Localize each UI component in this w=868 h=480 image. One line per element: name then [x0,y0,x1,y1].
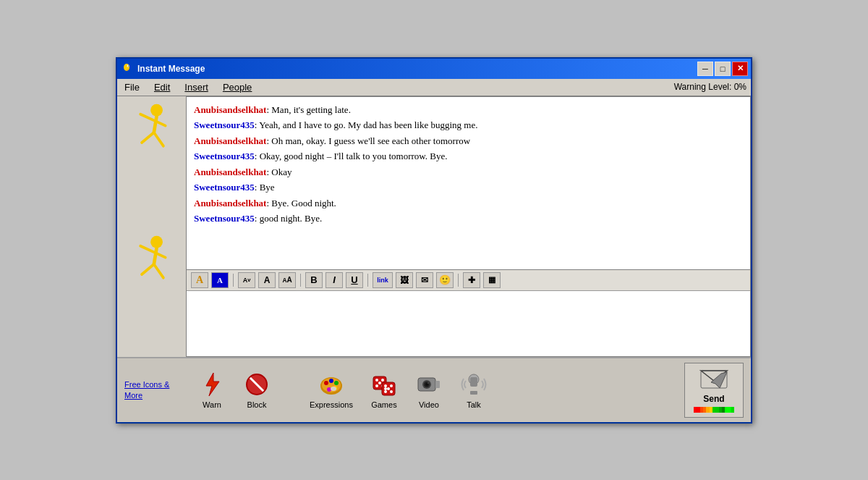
message-7: Anubisandselkhat: Bye. Good night. [194,196,743,211]
svg-point-30 [381,379,384,382]
message-6: Sweetnsour435: Bye [194,180,743,195]
video-label: Video [419,400,439,409]
block-button[interactable]: Block [234,368,279,412]
prog-13 [731,407,734,413]
window-title: Instant Message [137,64,697,74]
toolbar-sep-1 [233,274,234,287]
username-sweet-2: Sweetnsour435 [194,119,255,130]
font-highlight-button[interactable]: A [211,272,229,288]
warn-button[interactable]: Warn [190,368,234,412]
talk-button[interactable]: Talk [451,368,496,412]
smiley-button[interactable]: 🙂 [436,272,454,288]
title-bar: Instant Message ─ □ ✕ [117,59,751,79]
underline-button[interactable]: U [346,272,363,288]
msg-text-3: : Oh man, okay. I guess we'll see each o… [266,135,470,146]
svg-rect-49 [470,391,477,395]
font-color-button[interactable]: A [191,272,208,288]
font-smaller-button[interactable]: Av [238,272,255,288]
games-label: Games [371,400,396,409]
email-button[interactable]: ✉ [416,272,433,288]
svg-point-22 [324,381,328,385]
menu-people[interactable]: People [220,80,255,94]
bold-button[interactable]: B [305,272,323,288]
svg-point-39 [387,387,390,390]
image-button[interactable]: 🖼 [396,272,413,288]
svg-line-5 [153,116,156,132]
svg-line-9 [153,132,163,146]
warning-level: Warning Level: 0% [674,82,746,92]
menu-items: File Edit Insert People [122,80,255,94]
svg-point-45 [427,382,429,384]
buddy-icon-bottom [127,234,177,287]
username-anubis-7: Anubisandselkhat [194,198,266,209]
svg-marker-16 [206,373,219,396]
talk-label: Talk [467,400,481,409]
msg-text-1: : Man, it's getting late. [266,104,350,115]
message-input[interactable] [187,291,750,349]
chat-messages: Anubisandselkhat: Man, it's getting late… [186,96,751,270]
username-sweet-4: Sweetnsour435 [194,151,255,161]
bottom-actions: Warn Block [190,363,744,418]
more-button[interactable]: ▦ [483,272,501,288]
expressions-icon [318,371,345,398]
svg-line-12 [140,245,156,252]
svg-point-40 [384,387,387,390]
menu-insert[interactable]: Insert [182,80,211,94]
block-icon [243,371,271,398]
svg-line-11 [153,248,156,264]
send-progress-bar [694,407,734,413]
menu-file[interactable]: File [122,80,142,94]
svg-line-6 [140,114,156,120]
msg-text-6: : Bye [255,182,275,193]
toolbar-sep-3 [367,274,368,287]
input-area: A A Av A AA B I U link 🖼 ✉ 🙂 ✚ [186,270,751,357]
formatting-toolbar: A A Av A AA B I U link 🖼 ✉ 🙂 ✚ [187,270,750,291]
username-anubis-1: Anubisandselkhat [194,104,266,115]
msg-text-8: : good night. Bye. [255,213,323,224]
msg-text-7: : Bye. Good night. [266,198,336,209]
svg-point-4 [150,104,163,116]
maximize-button[interactable]: □ [715,62,731,76]
video-button[interactable]: Video [407,368,451,412]
svg-point-2 [128,65,129,66]
svg-point-26 [327,387,331,392]
italic-button[interactable]: I [326,272,343,288]
msg-text-5: : Okay [266,167,292,177]
svg-point-24 [334,381,339,385]
chat-area: Anubisandselkhat: Man, it's getting late… [186,96,751,357]
font-larger-button[interactable]: AA [278,272,296,288]
svg-point-36 [390,384,393,387]
svg-point-37 [384,390,387,393]
msg-text-2: : Yeah, and I have to go. My dad has bee… [255,119,478,130]
window-icon [120,62,133,75]
svg-point-23 [329,379,333,383]
username-sweet-8: Sweetnsour435 [194,213,255,224]
send-button[interactable]: Send [684,363,744,418]
toolbar-sep-2 [300,274,301,287]
svg-point-32 [375,384,378,387]
svg-line-14 [142,264,154,274]
free-icons-link[interactable]: Free Icons & More [124,379,182,400]
font-normal-button[interactable]: A [258,272,276,288]
svg-point-27 [331,387,336,391]
video-icon [415,371,443,398]
games-button[interactable]: Games [362,368,407,412]
add-button[interactable]: ✚ [463,272,480,288]
svg-rect-48 [470,377,477,387]
menu-bar: File Edit Insert People Warning Level: 0… [117,79,751,96]
close-button[interactable]: ✕ [732,62,748,76]
svg-point-31 [378,382,381,384]
menu-edit[interactable]: Edit [151,80,173,94]
svg-point-10 [150,235,163,248]
message-4: Sweetnsour435: Okay, good night – I'll t… [194,149,743,164]
minimize-button[interactable]: ─ [697,62,713,76]
toolbar-sep-4 [458,274,459,287]
bottom-bar: Free Icons & More Warn [117,357,751,422]
message-8: Sweetnsour435: good night. Bye. [194,211,743,226]
link-button[interactable]: link [373,272,393,288]
svg-line-15 [153,264,163,278]
message-3: Anubisandselkhat: Oh man, okay. I guess … [194,134,743,148]
username-sweet-6: Sweetnsour435 [194,182,255,193]
expressions-button[interactable]: Expressions [301,368,362,412]
msg-text-4: : Okay, good night – I'll talk to you to… [255,151,448,161]
